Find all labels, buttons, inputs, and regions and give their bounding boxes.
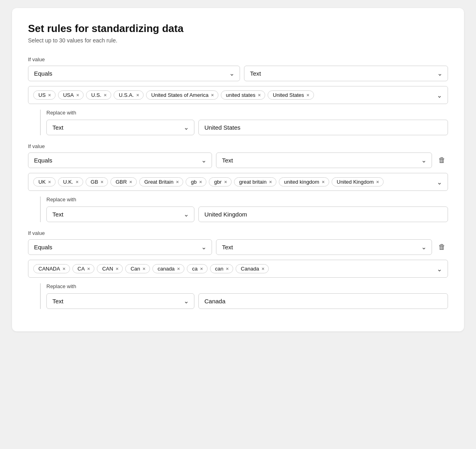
page-subtitle: Select up to 30 values for each rule. bbox=[28, 37, 448, 44]
tag-gb: GB× bbox=[86, 177, 108, 186]
tag-ca-close[interactable]: × bbox=[87, 266, 90, 271]
tag-uk: UK× bbox=[33, 177, 56, 186]
rule-1-tags-box: US× USA× U.S.× U.S.A.× United States of … bbox=[28, 86, 448, 104]
tag-united-states-of-america: United States of America× bbox=[146, 90, 218, 100]
rule-3-replace-section: Replace with Text Number ⌄ bbox=[40, 283, 448, 309]
rule-1-condition-select[interactable]: Equals Contains Starts with bbox=[28, 66, 240, 81]
tag-can-title: Can× bbox=[125, 264, 150, 273]
tag-ca-lower: ca× bbox=[187, 264, 207, 273]
tag-united-kingdom-close[interactable]: × bbox=[376, 179, 379, 184]
tag-united-states-lower: united states× bbox=[221, 90, 265, 100]
tag-gb-lower: gb× bbox=[186, 177, 206, 186]
tag-gb-close[interactable]: × bbox=[100, 179, 104, 184]
rule-1-replace-row: Text Number ⌄ bbox=[46, 120, 448, 135]
page-title: Set rules for standardizing data bbox=[28, 22, 448, 35]
rule-3-replace-value-input[interactable] bbox=[198, 293, 448, 309]
tag-ca-lower-close[interactable]: × bbox=[200, 266, 203, 271]
rule-1-condition-wrapper: Equals Contains Starts with ⌄ bbox=[28, 66, 240, 81]
rule-3-condition-select[interactable]: Equals Contains bbox=[28, 239, 212, 255]
tag-united-states-lower-close[interactable]: × bbox=[258, 92, 261, 98]
tag-great-britain: Great Britain× bbox=[139, 177, 184, 186]
rule-2-type-wrapper: Text Number ⌄ bbox=[216, 152, 432, 168]
tag-can-lower-close[interactable]: × bbox=[226, 266, 229, 271]
rule-2-replace-type-select[interactable]: Text Number bbox=[46, 206, 194, 222]
rule-3-trash-icon: 🗑 bbox=[438, 243, 446, 251]
rule-2-selects-row: Equals Contains ⌄ Text Number ⌄ 🗑 bbox=[28, 152, 448, 168]
rule-2-condition-select[interactable]: Equals Contains bbox=[28, 152, 212, 168]
tag-us-close[interactable]: × bbox=[48, 92, 51, 98]
tag-us-dot-close[interactable]: × bbox=[104, 92, 107, 98]
rule-1-selects-row: Equals Contains Starts with ⌄ Text Numbe… bbox=[28, 66, 448, 81]
tag-uk-dot-close[interactable]: × bbox=[76, 179, 79, 184]
tag-usa-full-close[interactable]: × bbox=[211, 92, 214, 98]
tag-gbr-close[interactable]: × bbox=[129, 179, 132, 184]
rule-2-replace-section: Replace with Text Number ⌄ bbox=[40, 196, 448, 222]
tag-gbr-lower-close[interactable]: × bbox=[224, 179, 227, 184]
rule-3-tags-box: CANADA× CA× CAN× Can× canada× ca× can× C… bbox=[28, 260, 448, 278]
tag-gbr-lower: gbr× bbox=[209, 177, 231, 186]
tag-can-lower: can× bbox=[210, 264, 234, 273]
rule-1-replace-value-input[interactable] bbox=[198, 120, 448, 135]
tag-united-kingdom-lower: united kingdom× bbox=[279, 177, 329, 186]
rule-3-type-select[interactable]: Text Number bbox=[216, 239, 432, 255]
tag-canada-lower-close[interactable]: × bbox=[177, 266, 180, 271]
rule-1-type-select[interactable]: Text Number bbox=[244, 66, 448, 81]
main-card: Set rules for standardizing data Select … bbox=[12, 8, 464, 331]
rule-3-replace-type-select[interactable]: Text Number bbox=[46, 293, 194, 309]
if-value-label-1: If value bbox=[28, 56, 448, 62]
tag-united-kingdom: United Kingdom× bbox=[332, 177, 384, 186]
rule-2-delete-button[interactable]: 🗑 bbox=[436, 154, 448, 167]
tags-box-3-chevron: ⌄ bbox=[437, 265, 442, 273]
rule-1-replace-type-wrapper: Text Number ⌄ bbox=[46, 120, 194, 135]
rule-2-replace-type-wrapper: Text Number ⌄ bbox=[46, 206, 194, 222]
tag-gbr: GBR× bbox=[110, 177, 137, 186]
if-value-label-2: If value bbox=[28, 143, 448, 149]
rule-3-replace-label: Replace with bbox=[46, 283, 448, 289]
rule-2-type-select[interactable]: Text Number bbox=[216, 152, 432, 168]
tag-us: US× bbox=[33, 90, 56, 100]
rule-1-replace-type-select[interactable]: Text Number bbox=[46, 120, 194, 135]
rule-2-condition-wrapper: Equals Contains ⌄ bbox=[28, 152, 212, 168]
rule-3-delete-button[interactable]: 🗑 bbox=[436, 241, 448, 254]
rule-1-type-wrapper: Text Number ⌄ bbox=[244, 66, 448, 81]
rule-3-replace-row: Text Number ⌄ bbox=[46, 293, 448, 309]
tag-uk-close[interactable]: × bbox=[48, 179, 51, 184]
rule-3-replace-type-wrapper: Text Number ⌄ bbox=[46, 293, 194, 309]
tag-united-states: United States× bbox=[268, 90, 314, 100]
tag-gb-lower-close[interactable]: × bbox=[199, 179, 202, 184]
tag-ca: CA× bbox=[72, 264, 95, 273]
if-value-label-3: If value bbox=[28, 230, 448, 236]
rule-2-replace-label: Replace with bbox=[46, 196, 448, 202]
tag-great-britain-lower: great britain× bbox=[234, 177, 276, 186]
tag-usa-dot: U.S.A.× bbox=[114, 90, 144, 100]
tag-canada-upper: CANADA× bbox=[33, 264, 70, 273]
tag-great-britain-close[interactable]: × bbox=[176, 179, 179, 184]
tag-can-title-close[interactable]: × bbox=[142, 266, 146, 271]
tags-box-2-chevron: ⌄ bbox=[437, 178, 442, 186]
rule-2-replace-row: Text Number ⌄ bbox=[46, 206, 448, 222]
tag-us-dot: U.S.× bbox=[86, 90, 111, 100]
tag-united-kingdom-lower-close[interactable]: × bbox=[322, 179, 325, 184]
rule-3: If value Equals Contains ⌄ Text Number ⌄… bbox=[28, 230, 448, 309]
tag-can-upper: CAN× bbox=[97, 264, 123, 273]
tag-usa-dot-close[interactable]: × bbox=[136, 92, 139, 98]
rule-2-trash-icon: 🗑 bbox=[438, 156, 446, 164]
rule-2-replace-value-input[interactable] bbox=[198, 206, 448, 222]
rule-3-condition-wrapper: Equals Contains ⌄ bbox=[28, 239, 212, 255]
rule-2: If value Equals Contains ⌄ Text Number ⌄… bbox=[28, 143, 448, 222]
tag-canada-lower: canada× bbox=[152, 264, 184, 273]
tag-canada-upper-close[interactable]: × bbox=[62, 266, 66, 271]
rule-3-type-wrapper: Text Number ⌄ bbox=[216, 239, 432, 255]
tag-canada-close[interactable]: × bbox=[262, 266, 265, 271]
tag-united-states-close[interactable]: × bbox=[306, 92, 310, 98]
rule-2-tags-box: UK× U.K.× GB× GBR× Great Britain× gb× gb… bbox=[28, 173, 448, 191]
rule-1-replace-section: Replace with Text Number ⌄ bbox=[40, 110, 448, 135]
tag-great-britain-lower-close[interactable]: × bbox=[269, 179, 272, 184]
tags-box-1-chevron: ⌄ bbox=[437, 91, 442, 99]
tag-usa-close[interactable]: × bbox=[76, 92, 79, 98]
tag-can-upper-close[interactable]: × bbox=[116, 266, 119, 271]
rule-1-replace-label: Replace with bbox=[46, 110, 448, 116]
tag-usa: USA× bbox=[58, 90, 84, 100]
rule-3-selects-row: Equals Contains ⌄ Text Number ⌄ 🗑 bbox=[28, 239, 448, 255]
tag-uk-dot: U.K.× bbox=[58, 177, 83, 186]
